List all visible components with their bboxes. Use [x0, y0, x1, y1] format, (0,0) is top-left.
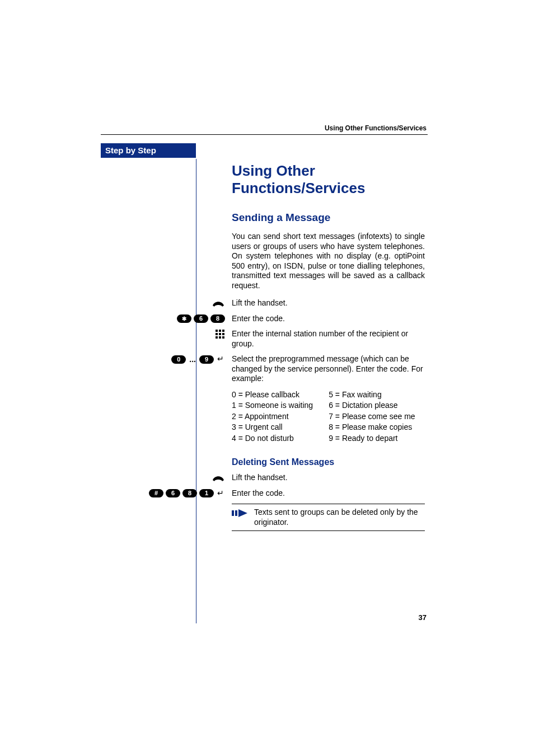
step-text: Enter the code.	[232, 489, 425, 499]
svg-rect-10	[235, 510, 237, 516]
enter-icon	[216, 489, 225, 498]
msg-option: 5 = Fax waiting	[329, 389, 415, 401]
step-row: Lift the handset.	[232, 473, 425, 483]
message-options-col1: 0 = Please callback 1 = Someone is waiti…	[232, 389, 313, 444]
svg-rect-2	[222, 330, 224, 332]
msg-option: 0 = Please callback	[232, 389, 313, 401]
step-row: Lift the handset.	[232, 298, 425, 308]
handset-icon	[212, 299, 225, 308]
msg-option: 6 = Dictation please	[329, 400, 415, 411]
msg-option: 1 = Someone is waiting	[232, 400, 313, 411]
msg-option: 2 = Appointment	[232, 411, 313, 422]
svg-rect-9	[232, 510, 234, 516]
sidebar-rule	[196, 159, 196, 623]
dialpad-icon	[215, 329, 225, 339]
msg-option: 8 = Please make copies	[329, 422, 415, 433]
key-hash	[149, 489, 163, 497]
step-row: 0 ... 9 Select the preprogrammed message…	[232, 354, 425, 384]
content-column: Using Other Functions/Services Sending a…	[232, 162, 425, 531]
message-options: 0 = Please callback 1 = Someone is waiti…	[232, 389, 425, 444]
subsection-heading: Deleting Sent Messages	[232, 457, 425, 467]
step-row: Enter the internal station number of the…	[232, 329, 425, 349]
svg-rect-4	[219, 333, 221, 335]
enter-icon	[216, 355, 225, 364]
step-by-step-bar: Step by Step	[101, 143, 196, 158]
svg-rect-7	[219, 336, 221, 339]
key-6: 6	[166, 489, 180, 497]
svg-rect-3	[216, 333, 218, 335]
step-text: Enter the internal station number of the…	[232, 329, 425, 349]
step-text: Select the preprogrammed message (which …	[232, 354, 425, 384]
note-text: Texts sent to groups can be deleted only…	[254, 508, 425, 527]
svg-rect-0	[216, 330, 218, 332]
key-1: 1	[199, 489, 214, 497]
range-separator: ...	[188, 355, 197, 364]
key-9: 9	[199, 355, 214, 364]
note-icon	[232, 508, 249, 527]
step-row: 6 8 Enter the code.	[232, 314, 425, 324]
note-box: Texts sent to groups can be deleted only…	[232, 504, 425, 531]
intro-paragraph: You can send short text messages (infote…	[232, 232, 425, 290]
svg-rect-1	[219, 330, 221, 332]
header-rule	[101, 134, 428, 135]
key-star	[177, 314, 191, 323]
step-text: Enter the code.	[232, 314, 425, 324]
svg-rect-5	[222, 333, 224, 335]
page-number: 37	[419, 613, 427, 622]
svg-rect-8	[222, 336, 224, 339]
section-heading: Sending a Message	[232, 212, 425, 224]
key-8: 8	[182, 489, 197, 497]
msg-option: 7 = Please come see me	[329, 411, 415, 422]
manual-page: Using Other Functions/Services Step by S…	[0, 0, 534, 756]
msg-option: 4 = Do not disturb	[232, 433, 313, 444]
step-text: Lift the handset.	[232, 298, 425, 308]
key-0: 0	[171, 355, 186, 364]
handset-icon	[212, 473, 225, 482]
key-6: 6	[194, 314, 208, 323]
message-options-col2: 5 = Fax waiting 6 = Dictation please 7 =…	[329, 389, 415, 444]
svg-rect-6	[216, 336, 218, 339]
key-8: 8	[210, 314, 225, 323]
msg-option: 9 = Ready to depart	[329, 433, 415, 444]
page-title: Using Other Functions/Services	[232, 162, 425, 197]
running-header: Using Other Functions/Services	[325, 124, 427, 132]
step-row: 6 8 1 Enter the code.	[232, 489, 425, 499]
step-text: Lift the handset.	[232, 473, 425, 483]
msg-option: 3 = Urgent call	[232, 422, 313, 433]
